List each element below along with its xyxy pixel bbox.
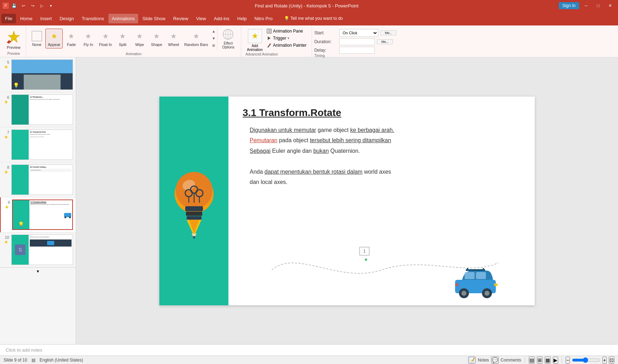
trigger-button[interactable]: Trigger ▾ <box>266 35 308 41</box>
menu-file[interactable]: File <box>1 14 16 23</box>
move-earlier-button[interactable]: Mo... <box>380 30 396 35</box>
effect-options-button[interactable]: EffectOptions <box>219 27 237 51</box>
scroll-up-button[interactable]: ▲ <box>211 28 216 35</box>
menu-transitions[interactable]: Transitions <box>78 14 108 23</box>
timing-group: Start: On Click Mo... Duration: Mo... <box>312 25 398 57</box>
slide-thumb-8[interactable]: 8 ★ 3.2 Contoh Coding... code preview he… <box>0 162 76 197</box>
redo-button[interactable]: ↪ <box>29 2 36 9</box>
menu-addins[interactable]: Add-ins <box>210 14 233 23</box>
advanced-animation-label: Advanced Animation <box>245 52 307 58</box>
effect-options-icon <box>222 28 234 41</box>
main-slide: 3.1 Transform.Rotate Digunakan untuk mem… <box>159 97 535 305</box>
tell-me-input[interactable]: 💡 Tell me what you want to do <box>280 14 346 23</box>
animation-wipe-button[interactable]: ★ Wipe <box>131 29 148 48</box>
status-divider <box>525 357 525 363</box>
menu-home[interactable]: Home <box>17 14 36 23</box>
add-animation-label: AddAnimation <box>247 44 262 52</box>
animation-painter-button[interactable]: Animation Painter <box>266 42 308 48</box>
title-bar: P 💾 ↩ ↪ ▷ ▾ Find and Rotate (Unity) - Ke… <box>0 0 618 11</box>
body-text-pemutaran: Pemutaran <box>250 137 277 143</box>
animation-pane-label: Animation Pane <box>273 29 303 34</box>
slide-title: 3.1 Transform.Rotate <box>243 107 521 119</box>
slide-thumb-7[interactable]: 7 ★ 3.1 Transform.Find Transform Find sl… <box>0 127 76 162</box>
slide-thumb-10[interactable]: 10 ★ S Mereka yang memperjuangkan... <box>0 232 76 267</box>
reading-view-button[interactable]: ▦ <box>545 357 551 364</box>
animation-split-button[interactable]: ★ Split <box>114 29 131 48</box>
duration-input[interactable] <box>339 38 375 45</box>
present-button[interactable]: ▷ <box>38 2 45 9</box>
scroll-down-button[interactable]: ▼ <box>211 35 216 42</box>
move-later-button[interactable]: Mo... <box>377 39 393 44</box>
none-label: None <box>32 42 41 47</box>
start-dropdown[interactable]: On Click <box>339 29 378 37</box>
svg-point-33 <box>461 291 466 296</box>
comments-button[interactable]: 💬 <box>491 357 499 364</box>
split-label: Split <box>119 42 126 47</box>
save-button[interactable]: 💾 <box>11 2 18 9</box>
animation-none-button[interactable]: None <box>28 29 45 48</box>
sign-in-button[interactable]: Sign In <box>559 2 579 9</box>
animation-flyin-button[interactable]: ★ Fly In <box>80 29 97 48</box>
customize-qat-button[interactable]: ▾ <box>47 2 55 9</box>
notes-bar[interactable]: Click to add notes <box>0 344 618 356</box>
normal-view-button[interactable]: ▤ <box>529 357 535 364</box>
menu-help[interactable]: Help <box>234 14 250 23</box>
zoom-out-button[interactable]: − <box>566 357 570 364</box>
slide-sorter-button[interactable]: ⊞ <box>537 357 543 364</box>
menu-view[interactable]: View <box>193 14 210 23</box>
floatin-label: Float In <box>99 42 112 47</box>
undo-button[interactable]: ↩ <box>20 2 27 9</box>
add-animation-icon: ★ <box>248 29 262 43</box>
animation-painter-label: Animation Painter <box>273 43 307 48</box>
effect-options-section: EffectOptions <box>217 27 239 51</box>
slide-thumb-5[interactable]: 5 ★ 💡 <box>0 57 76 92</box>
slide-right: 3.1 Transform.Rotate Digunakan untuk mem… <box>228 97 535 305</box>
maximize-button[interactable]: □ <box>593 2 603 9</box>
slide-img-5: 💡 <box>11 59 73 90</box>
menu-slideshow[interactable]: Slide Show <box>139 14 169 23</box>
menu-animations[interactable]: Animations <box>108 14 138 23</box>
close-button[interactable]: ✕ <box>605 2 615 9</box>
lightbulb-illustration <box>168 151 221 250</box>
status-left: Slide 9 of 10 ▤ English (United States) <box>4 358 83 363</box>
title-bar-right: Sign In ─ □ ✕ <box>559 2 615 9</box>
scroll-expand-button[interactable]: ⊞ <box>211 42 216 49</box>
notes-button[interactable]: 📝 <box>468 357 476 364</box>
effect-options-label: EffectOptions <box>222 41 234 49</box>
car-illustration <box>453 266 499 298</box>
slide-thumb-6[interactable]: 6 ★ 1.2 Penjelasan... Lorem ipsum text p… <box>0 92 76 127</box>
animation-pane-button[interactable]: Animation Pane <box>266 28 308 34</box>
animation-appear-button[interactable]: ★ Appear <box>45 29 63 48</box>
flyin-icon: ★ <box>83 30 94 42</box>
animation-wheel-button[interactable]: ★ Wheel <box>165 29 182 48</box>
menu-insert[interactable]: Insert <box>37 14 56 23</box>
add-animation-button[interactable]: ★ AddAnimation <box>245 28 264 52</box>
slide-content-area[interactable]: 3.1 Transform.Rotate Digunakan untuk mem… <box>76 57 618 344</box>
status-right: 📝 Notes 💬 Comments ▤ ⊞ ▦ ▶ − + ⊡ <box>468 357 614 364</box>
preview-button[interactable]: Preview <box>5 28 23 51</box>
slide-thumb-9[interactable]: 9 ★ 💡 3.1 Transform.Rotate Digunakan unt… <box>0 197 76 232</box>
zoom-in-button[interactable]: + <box>602 357 607 364</box>
slideshow-button[interactable]: ▶ <box>553 357 558 364</box>
animation-randombars-button[interactable]: ★ Random Bars <box>182 29 210 48</box>
minimize-button[interactable]: ─ <box>581 2 591 9</box>
slide-info: Slide 9 of 10 <box>4 358 27 363</box>
slide-star-8: ★ <box>4 169 8 174</box>
delay-label: Delay: <box>314 48 337 53</box>
fit-slide-button[interactable]: ⊡ <box>609 357 614 364</box>
svg-point-14 <box>176 172 212 209</box>
animation-floatin-button[interactable]: ★ Float In <box>97 29 114 48</box>
duration-row: Duration: Mo... <box>314 38 396 45</box>
menu-design[interactable]: Design <box>56 14 77 23</box>
slide-img-6: 1.2 Penjelasan... Lorem ipsum text previ… <box>11 94 73 125</box>
body-text-sebagai: Sebagai <box>250 148 271 154</box>
svg-rect-2 <box>32 31 42 41</box>
language: English (United States) <box>40 358 83 363</box>
animation-shape-button[interactable]: ★ Shape <box>148 29 165 48</box>
delay-input[interactable] <box>339 47 375 54</box>
menu-nitropro[interactable]: Nitro Pro <box>251 14 276 23</box>
menu-review[interactable]: Review <box>170 14 192 23</box>
slide-scroll-down[interactable]: ▼ <box>36 269 40 273</box>
animation-fade-button[interactable]: ★ Fade <box>63 29 80 48</box>
zoom-slider[interactable] <box>572 357 600 363</box>
